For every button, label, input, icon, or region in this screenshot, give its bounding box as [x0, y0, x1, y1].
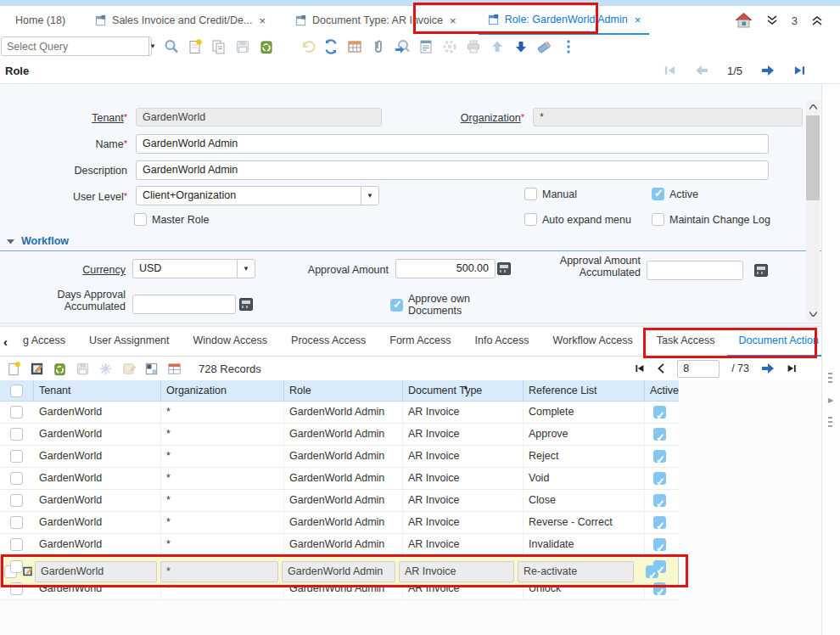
chevron-down-icon[interactable]: ▼: [148, 37, 156, 55]
active-checkbox[interactable]: [653, 472, 666, 485]
detail-tab-task-access[interactable]: Task Access: [645, 327, 727, 357]
master-role-checkbox[interactable]: Master Role: [134, 213, 209, 226]
tab-role[interactable]: Role: GardenWorld Admin ×: [479, 6, 650, 35]
name-input[interactable]: GardenWorld Admin: [136, 134, 769, 154]
detail-record-icon[interactable]: [512, 37, 530, 56]
table-row[interactable]: GardenWorld*GardenWorld AdminAR InvoiceA…: [0, 424, 679, 446]
column-header-tenant[interactable]: Tenant: [34, 380, 161, 402]
cell-ref[interactable]: Re-activate: [518, 561, 634, 582]
splitter-expand-icon[interactable]: ▶: [828, 396, 832, 404]
active-checkbox[interactable]: [653, 516, 666, 529]
edit-record-icon[interactable]: [27, 359, 46, 378]
close-tab-icon[interactable]: ×: [259, 14, 266, 27]
column-header-organization[interactable]: Organization: [161, 380, 284, 402]
expand-all-icon[interactable]: [811, 14, 823, 26]
active-checkbox[interactable]: [653, 560, 666, 573]
select-query-combobox[interactable]: ▼: [1, 37, 152, 56]
currency-select[interactable]: USD ▼: [132, 259, 255, 278]
active-checkbox[interactable]: [653, 538, 666, 551]
zoom-across-icon[interactable]: [393, 37, 412, 56]
column-header-active[interactable]: Active: [645, 380, 679, 402]
approval-amount-accumulated-input[interactable]: [647, 261, 743, 280]
delete-record-icon[interactable]: [50, 359, 69, 378]
process-gear-icon[interactable]: [440, 37, 459, 56]
last-page-icon[interactable]: [787, 363, 798, 374]
print-icon[interactable]: [464, 37, 483, 56]
user-level-select[interactable]: Client+Organization ▼: [136, 186, 379, 205]
detail-tab-form-access[interactable]: Form Access: [378, 327, 462, 357]
previous-record-icon[interactable]: [695, 65, 708, 76]
form-scrollbar[interactable]: [806, 100, 820, 321]
first-page-icon[interactable]: [634, 363, 645, 374]
chevron-down-icon[interactable]: ▼: [361, 187, 378, 205]
tab-home[interactable]: Home (18): [7, 6, 74, 35]
calculator-icon[interactable]: [754, 264, 768, 277]
row-checkbox[interactable]: [10, 560, 23, 573]
chevron-down-icon[interactable]: ▼: [237, 260, 255, 278]
row-checkbox[interactable]: [10, 538, 23, 551]
close-tab-icon[interactable]: ×: [450, 14, 456, 27]
first-record-icon[interactable]: [664, 65, 676, 76]
last-record-icon[interactable]: [793, 65, 806, 76]
splitter-grip[interactable]: [828, 373, 832, 385]
more-options-icon[interactable]: [559, 37, 578, 56]
table-row[interactable]: GardenWorld*GardenWorld AdminAR InvoiceR…: [0, 446, 679, 468]
row-checkbox[interactable]: [10, 406, 23, 419]
auto-expand-menu-checkbox[interactable]: Auto expand menu: [524, 213, 631, 226]
page-number-input[interactable]: [677, 360, 720, 378]
workflow-section-header[interactable]: Workflow: [7, 235, 69, 247]
detail-tab-process-access[interactable]: Process Access: [279, 327, 378, 357]
approval-amount-input[interactable]: 500.00: [395, 259, 496, 278]
row-checkbox[interactable]: [10, 516, 23, 529]
table-row[interactable]: GardenWorld*GardenWorld AdminAR InvoiceR…: [0, 512, 679, 534]
table-row[interactable]: GardenWorld*GardenWorld AdminAR InvoiceR…: [0, 556, 679, 587]
toggle-layout-icon[interactable]: [142, 359, 160, 378]
report-icon[interactable]: [417, 37, 435, 56]
tab-document-type[interactable]: Document Type: AR Invoice ×: [286, 6, 465, 35]
tab-sales-invoice[interactable]: Sales Invoice and Credit/De... ×: [86, 6, 274, 35]
row-checkbox[interactable]: [10, 472, 23, 485]
refresh-icon[interactable]: [322, 37, 340, 56]
east-panel-splitter[interactable]: ▶: [821, 84, 840, 635]
active-checkbox[interactable]: [653, 494, 666, 507]
collapse-all-icon[interactable]: [766, 14, 778, 26]
manual-checkbox[interactable]: Manual: [524, 188, 577, 200]
detail-tab-g-access[interactable]: g Access: [11, 327, 77, 357]
detail-tab-workflow-access[interactable]: Workflow Access: [540, 327, 644, 357]
table-row[interactable]: GardenWorld*GardenWorld AdminAR InvoiceV…: [0, 468, 679, 490]
next-page-icon[interactable]: [761, 362, 775, 374]
days-approval-accumulated-input[interactable]: [132, 295, 236, 314]
next-record-icon[interactable]: [761, 65, 775, 76]
select-all-checkbox[interactable]: [10, 385, 23, 397]
active-checkbox[interactable]: Active: [652, 188, 698, 200]
active-checkbox[interactable]: [653, 582, 666, 595]
row-checkbox[interactable]: [10, 428, 23, 441]
row-checkbox[interactable]: [10, 450, 23, 463]
row-checkbox[interactable]: [10, 494, 23, 507]
home-icon[interactable]: [735, 12, 753, 29]
scroll-up-icon[interactable]: [806, 100, 820, 114]
previous-page-icon[interactable]: [657, 363, 665, 374]
grid-view-icon[interactable]: [165, 359, 183, 378]
row-checkbox[interactable]: [10, 582, 23, 595]
scrollbar-thumb[interactable]: [806, 115, 820, 200]
close-tab-icon[interactable]: ×: [635, 14, 641, 26]
cell-doc[interactable]: AR Invoice: [399, 561, 514, 582]
cell-tenant[interactable]: GardenWorld: [35, 561, 157, 582]
undo-icon[interactable]: [298, 37, 316, 56]
cell-org[interactable]: *: [160, 561, 278, 582]
parent-record-icon[interactable]: [488, 37, 507, 56]
table-row[interactable]: GardenWorld*GardenWorld AdminAR InvoiceC…: [0, 490, 679, 512]
label-icon[interactable]: [535, 37, 554, 56]
new-record-icon[interactable]: [186, 37, 204, 56]
splitter-grip[interactable]: [828, 417, 832, 429]
column-header-reference-list[interactable]: Reference List: [524, 380, 645, 402]
active-checkbox[interactable]: [653, 450, 666, 463]
active-checkbox[interactable]: [653, 406, 666, 419]
tab-scroll-left-icon[interactable]: ‹: [0, 334, 11, 349]
column-header-role[interactable]: Role: [284, 380, 403, 402]
grid-toggle-icon[interactable]: [345, 37, 364, 56]
active-checkbox[interactable]: [653, 428, 666, 441]
detail-tab-window-access[interactable]: Window Access: [182, 327, 280, 357]
save-icon[interactable]: [73, 359, 92, 378]
